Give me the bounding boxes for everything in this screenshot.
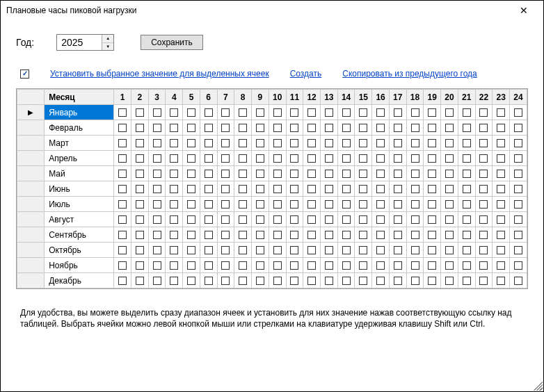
hours-grid[interactable]: Месяц 1234567891011121314151617181920212… — [16, 88, 528, 289]
hour-cell[interactable] — [475, 105, 493, 120]
hour-cell[interactable] — [200, 243, 217, 258]
hour-checkbox[interactable] — [479, 108, 488, 117]
hour-cell[interactable] — [441, 273, 458, 288]
hour-checkbox[interactable] — [221, 170, 230, 178]
hour-cell[interactable] — [114, 243, 131, 258]
hour-cell[interactable] — [337, 243, 355, 258]
row-selector[interactable] — [17, 151, 45, 166]
hour-checkbox[interactable] — [479, 215, 488, 224]
hour-cell[interactable] — [217, 212, 234, 227]
hour-checkbox[interactable] — [394, 246, 402, 254]
hour-checkbox[interactable] — [273, 139, 282, 147]
hour-cell[interactable] — [217, 136, 234, 151]
hour-cell[interactable] — [131, 181, 148, 197]
hour-cell[interactable] — [217, 243, 234, 258]
hour-cell[interactable] — [183, 151, 200, 166]
hour-cell[interactable] — [458, 151, 475, 166]
hour-checkbox[interactable] — [394, 170, 402, 178]
hour-cell[interactable] — [303, 120, 321, 136]
hour-checkbox[interactable] — [394, 261, 402, 270]
hour-checkbox[interactable] — [463, 231, 471, 239]
hour-checkbox[interactable] — [170, 108, 178, 117]
hour-checkbox[interactable] — [342, 185, 351, 193]
month-cell[interactable]: Июль — [45, 197, 114, 212]
hour-checkbox[interactable] — [187, 261, 195, 270]
hour-cell[interactable] — [510, 197, 527, 212]
hour-cell[interactable] — [131, 151, 148, 166]
spinner-down-icon[interactable]: ▼ — [102, 43, 113, 51]
hour-cell[interactable] — [148, 151, 166, 166]
hour-checkbox[interactable] — [376, 200, 385, 209]
hour-checkbox[interactable] — [290, 215, 298, 224]
hour-checkbox[interactable] — [497, 185, 505, 193]
hour-cell[interactable] — [475, 273, 493, 288]
hour-cell[interactable] — [406, 212, 424, 227]
hour-checkbox[interactable] — [307, 200, 316, 209]
row-selector[interactable] — [17, 273, 45, 288]
hour-checkbox[interactable] — [342, 261, 351, 270]
hour-checkbox[interactable] — [479, 246, 488, 254]
hour-checkbox[interactable] — [290, 108, 298, 117]
hour-checkbox[interactable] — [463, 124, 471, 132]
set-value-link[interactable]: Установить выбранное значение для выделе… — [50, 69, 269, 79]
hour-cell[interactable] — [372, 273, 390, 288]
hour-checkbox[interactable] — [411, 215, 419, 224]
hour-checkbox[interactable] — [325, 124, 333, 132]
hour-checkbox[interactable] — [359, 246, 367, 254]
hour-checkbox[interactable] — [118, 185, 127, 193]
hour-checkbox[interactable] — [497, 108, 505, 117]
hour-cell[interactable] — [286, 166, 303, 181]
hour-checkbox[interactable] — [170, 170, 178, 178]
hour-cell[interactable] — [114, 105, 131, 120]
hour-cell[interactable] — [234, 181, 252, 197]
hour-cell[interactable] — [234, 151, 252, 166]
hour-checkbox[interactable] — [428, 200, 436, 209]
hour-checkbox[interactable] — [463, 108, 471, 117]
hour-cell[interactable] — [303, 136, 321, 151]
hour-cell[interactable] — [458, 166, 475, 181]
hour-checkbox[interactable] — [187, 231, 195, 239]
hour-cell[interactable] — [217, 120, 234, 136]
hour-cell[interactable] — [183, 212, 200, 227]
hour-cell[interactable] — [252, 212, 269, 227]
hour-checkbox[interactable] — [136, 124, 144, 132]
hour-cell[interactable] — [389, 227, 406, 243]
hour-checkbox[interactable] — [136, 277, 144, 285]
hour-cell[interactable] — [475, 181, 493, 197]
hour-checkbox[interactable] — [376, 277, 385, 285]
hour-cell[interactable] — [217, 227, 234, 243]
hour-cell[interactable] — [303, 273, 321, 288]
hour-checkbox[interactable] — [205, 170, 213, 178]
hour-cell[interactable] — [217, 151, 234, 166]
hour-cell[interactable] — [114, 273, 131, 288]
hour-checkbox[interactable] — [376, 185, 385, 193]
row-selector[interactable] — [17, 243, 45, 258]
hour-checkbox[interactable] — [497, 261, 505, 270]
hour-checkbox[interactable] — [239, 215, 247, 224]
hour-cell[interactable] — [183, 227, 200, 243]
hour-checkbox[interactable] — [307, 231, 316, 239]
hour-cell[interactable] — [493, 120, 510, 136]
hour-cell[interactable] — [441, 197, 458, 212]
hour-cell[interactable] — [200, 181, 217, 197]
hour-checkbox[interactable] — [273, 185, 282, 193]
hour-checkbox[interactable] — [307, 277, 316, 285]
hour-checkbox[interactable] — [376, 170, 385, 178]
hour-cell[interactable] — [337, 212, 355, 227]
hour-checkbox[interactable] — [463, 246, 471, 254]
hour-checkbox[interactable] — [359, 154, 367, 163]
hour-checkbox[interactable] — [411, 200, 419, 209]
hour-checkbox[interactable] — [205, 154, 213, 163]
hour-cell[interactable] — [458, 181, 475, 197]
hour-cell[interactable] — [510, 227, 527, 243]
hour-cell[interactable] — [166, 136, 183, 151]
hour-cell[interactable] — [389, 120, 406, 136]
hour-checkbox[interactable] — [118, 139, 127, 147]
hour-checkbox[interactable] — [497, 139, 505, 147]
hour-checkbox[interactable] — [325, 185, 333, 193]
hour-cell[interactable] — [166, 151, 183, 166]
hour-checkbox[interactable] — [239, 277, 247, 285]
hour-cell[interactable] — [320, 258, 337, 273]
hour-checkbox[interactable] — [342, 124, 351, 132]
hour-checkbox[interactable] — [463, 261, 471, 270]
